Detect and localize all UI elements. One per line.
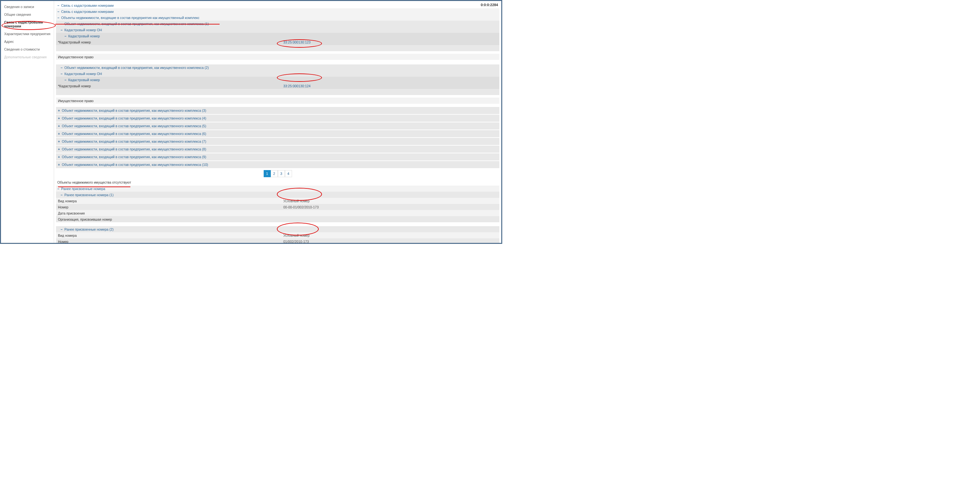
- prev1-row-org: Организация, присвоившая номер: [56, 216, 500, 222]
- prev1-row-number: Номер 00-00-01/002/2010-173: [56, 204, 500, 210]
- page-4[interactable]: 4: [285, 170, 292, 177]
- minus-icon: −: [57, 3, 61, 7]
- section-label: Кадастровый номер: [68, 78, 100, 82]
- sidebar-item-general[interactable]: Общие сведения: [1, 11, 54, 18]
- minus-icon: −: [60, 228, 64, 231]
- field-label: Номер: [56, 205, 282, 210]
- section-label: Ранее присвоенные номера (2): [64, 228, 114, 231]
- section-label: Объект недвижимости, входящий в состав п…: [62, 108, 206, 112]
- sidebar-item-address[interactable]: Адрес: [1, 38, 54, 45]
- minus-icon: −: [57, 10, 61, 14]
- section-label: Кадастровый номер ОН: [64, 72, 102, 76]
- section-label: Кадастровый номер: [68, 34, 100, 38]
- minus-icon: −: [60, 28, 64, 32]
- object-collapsed-9[interactable]: +Объект недвижимости, входящий в состав …: [56, 153, 500, 161]
- page-2[interactable]: 2: [271, 170, 278, 177]
- section-label: Объект недвижимости, входящий в состав п…: [62, 124, 206, 128]
- object-sub-2[interactable]: − Кадастровый номер ОН: [56, 70, 500, 76]
- object-collapsed-3[interactable]: +Объект недвижимости, входящий в состав …: [56, 107, 500, 115]
- section-label: Ранее присвоенные номера (1): [64, 193, 114, 197]
- minus-icon: −: [60, 22, 64, 26]
- object-group-2[interactable]: − Кадастровый номер: [56, 76, 500, 83]
- field-label: Номер: [56, 239, 282, 243]
- field-value-cadastral-1[interactable]: 33:25:000130:123: [282, 40, 500, 45]
- section-label: Объект недвижимости, входящий в состав п…: [62, 147, 206, 151]
- object-header-2[interactable]: − Объект недвижимости, входящий в состав…: [56, 64, 500, 70]
- minus-icon: −: [57, 16, 61, 20]
- object-collapsed-6[interactable]: +Объект недвижимости, входящий в состав …: [56, 130, 500, 138]
- plus-icon: +: [58, 132, 62, 135]
- plus-icon: +: [58, 124, 62, 128]
- section-label: Кадастровый номер ОН: [64, 28, 102, 32]
- minus-icon: −: [60, 193, 64, 197]
- field-value-cadastral-2[interactable]: 33:25:000130:124: [282, 83, 500, 89]
- section-cadastral-link-top[interactable]: − Связь с кадастровыми номерами: [56, 2, 500, 8]
- main-content: 0:0:0:2284 − Связь с кадастровыми номера…: [54, 1, 501, 243]
- section-label: Объект недвижимости, входящий в состав п…: [62, 155, 206, 159]
- minus-icon: −: [64, 78, 68, 82]
- sidebar: Сведения о записи Общие сведения Связь с…: [1, 1, 54, 243]
- section-label: Объект недвижимости, входящий в состав п…: [64, 66, 208, 70]
- section-label: Объект недвижимости, входящий в состав п…: [62, 132, 206, 135]
- field-label: *Кадастровый номер: [56, 83, 282, 89]
- section-cadastral-link-sub[interactable]: − Связь с кадастровыми номерами: [56, 8, 500, 14]
- section-label: Объект недвижимости, входящий в состав п…: [62, 140, 206, 143]
- field-value: Условный номер: [282, 233, 500, 238]
- field-label: Имущественное право: [56, 98, 282, 104]
- plus-icon: +: [58, 108, 62, 112]
- field-label: Вид номера: [56, 233, 282, 238]
- object-sub-1[interactable]: − Кадастровый номер ОН: [56, 27, 500, 33]
- section-label: Связь с кадастровыми номерами: [61, 10, 114, 14]
- page-3[interactable]: 3: [278, 170, 285, 177]
- prev1-row-type: Вид номера Условный номер: [56, 198, 500, 204]
- minus-icon: −: [60, 72, 64, 76]
- page-1[interactable]: 1: [264, 170, 271, 177]
- field-row-empty-1: [56, 45, 500, 51]
- section-label: Объект недвижимости, входящий в состав п…: [64, 22, 208, 26]
- prev-group-1[interactable]: − Ранее присвоенные номера (1): [56, 192, 500, 198]
- object-collapsed-7[interactable]: +Объект недвижимости, входящий в состав …: [56, 138, 500, 146]
- pagination: 1 2 3 4: [56, 169, 500, 179]
- field-value: 01/002/2010-173: [282, 239, 500, 243]
- object-header-1[interactable]: − Объект недвижимости, входящий в состав…: [56, 21, 500, 27]
- sidebar-item-cost[interactable]: Сведения о стоимости: [1, 45, 54, 53]
- sidebar-item-characteristics[interactable]: Характеристики предприятия: [1, 30, 54, 38]
- object-collapsed-4[interactable]: +Объект недвижимости, входящий в состав …: [56, 115, 500, 123]
- field-label: *Кадастровый номер: [56, 40, 282, 45]
- prev2-row-number: Номер 01/002/2010-173: [56, 238, 500, 243]
- plus-icon: +: [58, 162, 62, 167]
- object-collapsed-5[interactable]: +Объект недвижимости, входящий в состав …: [56, 123, 500, 130]
- sidebar-item-cadastral-link[interactable]: Связь с кадастровыми номерами: [1, 18, 54, 30]
- field-label: Организация, присвоившая номер: [56, 217, 282, 222]
- field-value: 00-00-01/002/2010-173: [282, 205, 500, 210]
- field-value: Условный номер: [282, 198, 500, 204]
- prev2-row-type: Вид номера Условный номер: [56, 232, 500, 238]
- field-row-right-1: Имущественное право: [56, 54, 500, 60]
- section-objects-complex[interactable]: − Объекты недвижимости, входящие в соста…: [56, 14, 500, 21]
- minus-icon: −: [64, 34, 68, 38]
- field-label: Дата присвоения: [56, 211, 282, 216]
- prev1-row-date: Дата присвоения: [56, 210, 500, 216]
- field-label: Вид номера: [56, 198, 282, 204]
- objects-absent-text: Объекты недвижимого имущества отсутствую…: [56, 179, 500, 186]
- minus-icon: −: [57, 187, 61, 191]
- minus-icon: −: [60, 66, 64, 70]
- object-collapsed-8[interactable]: +Объект недвижимости, входящий в состав …: [56, 146, 500, 153]
- plus-icon: +: [58, 155, 62, 159]
- object-group-1[interactable]: − Кадастровый номер: [56, 33, 500, 39]
- sidebar-item-record-info[interactable]: Сведения о записи: [1, 3, 54, 11]
- prev-numbers-header[interactable]: − Ранее присвоенные номера: [56, 186, 500, 192]
- section-label: Объект недвижимости, входящий в состав п…: [62, 162, 208, 167]
- section-label: Объект недвижимости, входящий в состав п…: [62, 116, 206, 120]
- field-row-cadastral-2: *Кадастровый номер 33:25:000130:124: [56, 83, 500, 89]
- prev-group-2[interactable]: − Ранее присвоенные номера (2): [56, 226, 500, 232]
- sidebar-item-additional[interactable]: Дополнительные сведения: [1, 53, 54, 61]
- section-label: Объекты недвижимости, входящие в состав …: [61, 16, 200, 20]
- plus-icon: +: [58, 147, 62, 151]
- object-collapsed-10[interactable]: +Объект недвижимости, входящий в состав …: [56, 161, 500, 169]
- field-value: [282, 219, 500, 220]
- timer-display: 0:0:0:2284: [480, 3, 498, 7]
- field-value: [282, 213, 500, 214]
- field-row-empty-2: [56, 89, 500, 95]
- field-row-right-2: Имущественное право: [56, 97, 500, 104]
